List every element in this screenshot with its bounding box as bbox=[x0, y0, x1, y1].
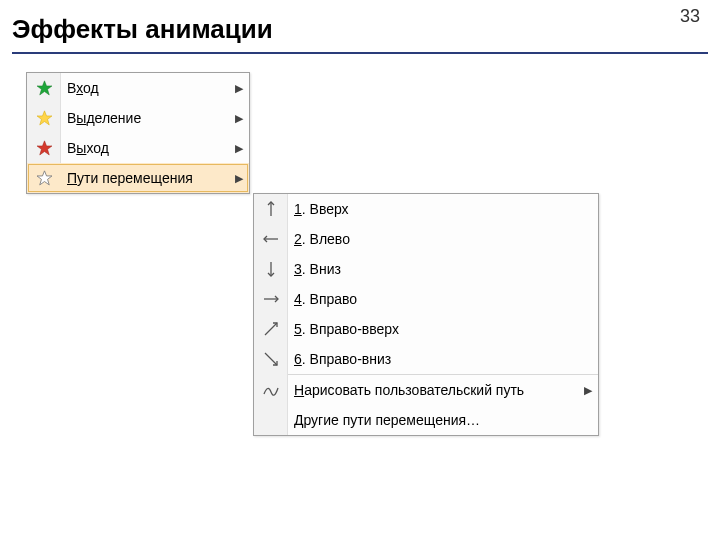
svg-marker-2 bbox=[37, 140, 52, 154]
svg-marker-0 bbox=[37, 80, 52, 94]
menu-item-label: 6. Вправо-вниз bbox=[294, 351, 576, 367]
menu-item-entrance[interactable]: Вход ▶ bbox=[27, 73, 249, 103]
submenu-item-down-right[interactable]: 6. Вправо-вниз bbox=[254, 344, 598, 374]
page-title: Эффекты анимации bbox=[12, 14, 273, 45]
star-green-icon bbox=[27, 73, 61, 103]
submenu-item-up[interactable]: 1. Вверх bbox=[254, 194, 598, 224]
submenu-item-left[interactable]: 2. Влево bbox=[254, 224, 598, 254]
menu-item-label: Пути перемещения bbox=[67, 170, 227, 186]
path-up-icon bbox=[254, 194, 288, 224]
title-rule bbox=[12, 52, 708, 54]
submenu-item-up-right[interactable]: 5. Вправо-вверх bbox=[254, 314, 598, 344]
path-right-icon bbox=[254, 284, 288, 314]
menu-item-label: Вход bbox=[67, 80, 227, 96]
path-left-icon bbox=[254, 224, 288, 254]
menu-item-exit[interactable]: Выход ▶ bbox=[27, 133, 249, 163]
menu-item-emphasis[interactable]: Выделение ▶ bbox=[27, 103, 249, 133]
submenu-arrow-icon: ▶ bbox=[584, 384, 592, 397]
submenu-item-custom-path[interactable]: Нарисовать пользовательский путь ▶ bbox=[254, 375, 598, 405]
svg-line-8 bbox=[265, 323, 277, 335]
menu-item-label: Выход bbox=[67, 140, 227, 156]
star-red-icon bbox=[27, 133, 61, 163]
path-custom-icon bbox=[254, 375, 288, 405]
path-upright-icon bbox=[254, 314, 288, 344]
menu-item-label: 3. Вниз bbox=[294, 261, 576, 277]
menu-item-motion-paths[interactable]: Пути перемещения ▶ bbox=[27, 163, 249, 193]
star-outline-icon bbox=[27, 163, 61, 193]
menu-item-label: Нарисовать пользовательский путь bbox=[294, 382, 576, 398]
menu-item-label: Выделение bbox=[67, 110, 227, 126]
svg-marker-3 bbox=[37, 170, 52, 184]
path-downright-icon bbox=[254, 344, 288, 374]
submenu-arrow-icon: ▶ bbox=[235, 142, 243, 155]
submenu-arrow-icon: ▶ bbox=[235, 172, 243, 185]
menu-item-label: 2. Влево bbox=[294, 231, 576, 247]
star-yellow-icon bbox=[27, 103, 61, 133]
motion-paths-submenu: 1. Вверх 2. Влево 3. Вниз 4. Вправо 5. В bbox=[253, 193, 599, 436]
page-number: 33 bbox=[680, 6, 700, 27]
svg-line-9 bbox=[265, 353, 277, 365]
menu-item-label: Другие пути перемещения… bbox=[294, 412, 576, 428]
path-down-icon bbox=[254, 254, 288, 284]
submenu-arrow-icon: ▶ bbox=[235, 112, 243, 125]
animation-effects-menu: Вход ▶ Выделение ▶ Выход ▶ Пути перемеще… bbox=[26, 72, 250, 194]
submenu-item-down[interactable]: 3. Вниз bbox=[254, 254, 598, 284]
submenu-arrow-icon: ▶ bbox=[235, 82, 243, 95]
submenu-item-more-paths[interactable]: Другие пути перемещения… bbox=[254, 405, 598, 435]
menu-item-label: 1. Вверх bbox=[294, 201, 576, 217]
menu-item-label: 5. Вправо-вверх bbox=[294, 321, 576, 337]
submenu-item-right[interactable]: 4. Вправо bbox=[254, 284, 598, 314]
empty-icon bbox=[254, 405, 288, 435]
menu-item-label: 4. Вправо bbox=[294, 291, 576, 307]
svg-marker-1 bbox=[37, 110, 52, 124]
